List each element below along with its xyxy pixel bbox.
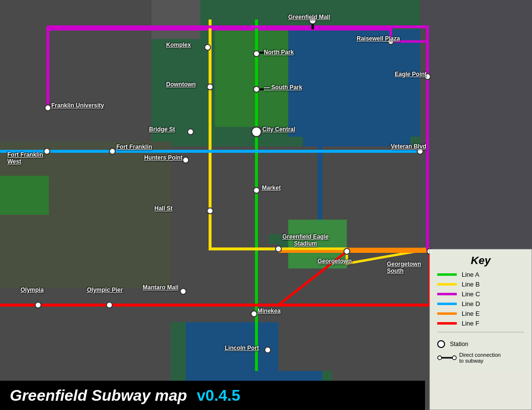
legend-line-c-label: Line C xyxy=(462,290,480,298)
label-south-park: — South Park xyxy=(264,84,302,91)
legend-line-e-label: Line E xyxy=(462,310,480,317)
label-lincoln-port: Lincoln Port xyxy=(225,345,259,351)
label-olympic-pier: Olympic Pier xyxy=(87,287,123,293)
label-olympia: Olympia xyxy=(21,287,43,293)
legend-station-circle xyxy=(437,340,445,348)
label-veteran-blvd: Veteran Blvd xyxy=(391,143,426,150)
label-downtown: Downtown xyxy=(166,81,196,88)
line-b-swatch xyxy=(437,283,457,286)
legend-connection-entry: Direct connectionto subway xyxy=(437,352,524,364)
label-hall-st: Hall St xyxy=(154,205,172,212)
legend-line-c: Line C xyxy=(437,290,524,298)
map-title: Greenfield Subway map xyxy=(10,387,187,405)
legend-line-f: Line F xyxy=(437,320,524,327)
line-d-swatch xyxy=(437,303,457,305)
legend-connection-label: Direct connectionto subway xyxy=(459,352,501,364)
legend-station-label: Station xyxy=(450,341,468,348)
label-komplex: Komplex xyxy=(166,41,191,48)
line-c-swatch xyxy=(437,293,457,295)
legend-line-d: Line D xyxy=(437,300,524,308)
line-a-swatch xyxy=(437,273,457,276)
label-eagle-point: Eagle Point xyxy=(395,71,426,78)
map-version: v0.4.5 xyxy=(197,387,240,405)
label-franklin-university: Franklin University xyxy=(51,102,104,109)
svg-point-30 xyxy=(438,356,442,360)
label-city-central: City Central xyxy=(262,126,295,133)
legend-line-b: Line B xyxy=(437,281,524,288)
legend-line-b-label: Line B xyxy=(462,281,480,288)
legend-box: Key Line A Line B Line C Line D Line E L… xyxy=(429,249,532,410)
legend-station-entry: Station xyxy=(437,340,524,348)
label-fort-franklin-west: Fort FranklinWest xyxy=(7,151,43,165)
bottom-bar: Greenfield Subway map v0.4.5 xyxy=(0,381,425,410)
map-container: Greenfield Mall Raisewell Plaza Komplex … xyxy=(0,0,532,410)
label-fort-franklin: Fort Franklin xyxy=(116,144,152,150)
label-georgetown: Georgetown xyxy=(318,258,352,265)
label-bridge-st: Bridge St xyxy=(149,126,175,133)
line-e-swatch xyxy=(437,312,457,315)
label-greenfield-eagle-stadium: Greenfield EagleStadium xyxy=(282,233,329,247)
legend-connection-icon xyxy=(437,354,457,362)
legend-line-a-label: Line A xyxy=(462,271,479,278)
label-hunters-point: Hunters Point xyxy=(144,154,183,161)
legend-line-e: Line E xyxy=(437,310,524,317)
label-minekea: Minekea xyxy=(257,308,280,314)
svg-point-31 xyxy=(452,356,456,360)
line-f-swatch xyxy=(437,322,457,325)
legend-line-a: Line A xyxy=(437,271,524,278)
legend-title: Key xyxy=(437,254,524,267)
label-north-park: North Park xyxy=(264,49,294,56)
legend-line-d-label: Line D xyxy=(462,300,480,308)
label-georgetown-south: GeorgetownSouth xyxy=(387,261,421,274)
legend-line-f-label: Line F xyxy=(462,320,479,327)
label-mantaro-mall: Mantaro Mall xyxy=(143,284,178,291)
label-raisewell-plaza: Raisewell Plaza xyxy=(357,35,400,42)
label-greenfield-mall: Greenfield Mall xyxy=(288,14,330,20)
label-market: Market xyxy=(262,184,281,191)
